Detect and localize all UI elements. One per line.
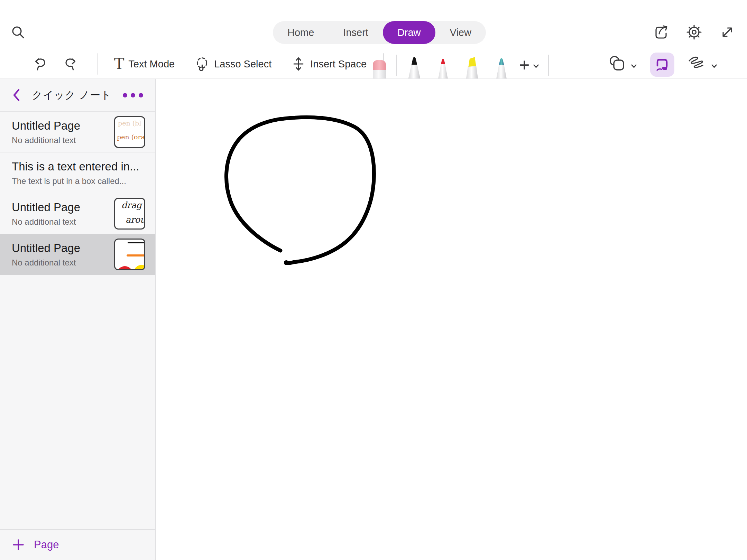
scribble-button[interactable] xyxy=(687,55,718,73)
top-toolbar: Home Insert Draw View xyxy=(0,0,747,79)
notebook-header: クイック ノート xyxy=(0,79,155,112)
yellow-highlighter-tool[interactable] xyxy=(463,55,481,79)
thumbnail-drawing xyxy=(115,240,144,269)
fullscreen-button[interactable] xyxy=(719,24,736,41)
toolbar-divider xyxy=(548,55,549,76)
page-list-sidebar: クイック ノート Untitled Page No additional tex… xyxy=(0,79,156,560)
shapes-button[interactable] xyxy=(608,55,638,73)
shapes-icon xyxy=(608,55,626,73)
tab-draw[interactable]: Draw xyxy=(383,21,435,44)
page-subtitle: No additional text xyxy=(12,136,109,145)
black-pen-tool[interactable] xyxy=(406,55,423,79)
drawing-canvas[interactable] xyxy=(156,79,747,560)
search-icon xyxy=(10,24,27,41)
ink-to-shape-icon xyxy=(654,57,670,73)
page-list-item[interactable]: Untitled Page No additional text drag ar… xyxy=(0,193,155,234)
chevron-down-icon xyxy=(630,62,638,70)
lasso-icon xyxy=(194,56,210,72)
text-mode-label: Text Mode xyxy=(128,58,175,70)
expand-icon xyxy=(719,24,736,41)
thumbnail-ink-text: arou xyxy=(126,215,145,225)
lasso-select-button[interactable]: Lasso Select xyxy=(194,56,271,72)
page-list-item[interactable]: Untitled Page No additional text pen (bl… xyxy=(0,112,155,152)
back-chevron-icon[interactable] xyxy=(12,88,21,102)
page-subtitle: No additional text xyxy=(12,217,109,227)
page-list-item[interactable]: This is a text entered in... The text is… xyxy=(0,152,155,193)
page-title: Untitled Page xyxy=(12,242,109,255)
tab-view[interactable]: View xyxy=(435,21,486,44)
notebook-title: クイック ノート xyxy=(21,88,123,102)
share-icon xyxy=(652,24,670,41)
page-thumbnail: drag arou xyxy=(114,198,145,230)
page-thumbnail xyxy=(114,239,145,270)
insert-space-button[interactable]: Insert Space xyxy=(291,56,367,72)
page-title: Untitled Page xyxy=(12,119,109,132)
page-subtitle: No additional text xyxy=(12,258,109,268)
insert-space-icon xyxy=(291,56,306,72)
tab-insert[interactable]: Insert xyxy=(329,21,383,44)
redo-button[interactable] xyxy=(63,56,79,72)
toolbar-divider xyxy=(396,55,397,76)
red-pen-tool[interactable] xyxy=(435,55,451,79)
add-page-label: Page xyxy=(34,539,59,551)
toolbar-divider xyxy=(97,53,98,75)
tab-home[interactable]: Home xyxy=(273,21,329,44)
page-list-item-selected[interactable]: Untitled Page No additional text xyxy=(0,234,155,275)
thumbnail-ink-text: pen (bl xyxy=(118,119,141,127)
page-subtitle: The text is put in a box called... xyxy=(12,176,145,186)
ribbon-tabbar: Home Insert Draw View xyxy=(273,21,486,44)
text-mode-icon: T xyxy=(114,56,124,72)
page-title: Untitled Page xyxy=(12,201,109,214)
settings-button[interactable] xyxy=(685,24,703,41)
eraser-tool[interactable] xyxy=(372,59,387,79)
chevron-down-icon[interactable] xyxy=(532,62,540,70)
thumbnail-ink-text: drag xyxy=(121,200,142,210)
insert-space-label: Insert Space xyxy=(310,58,367,70)
plus-icon xyxy=(12,539,24,551)
undo-icon xyxy=(32,56,48,72)
add-page-button[interactable]: Page xyxy=(0,529,155,560)
thumbnail-ink-text: pen (ora xyxy=(117,133,145,141)
page-thumbnail: pen (bl pen (ora xyxy=(114,116,145,148)
ink-stroke-circle xyxy=(156,79,747,560)
text-mode-button[interactable]: T Text Mode xyxy=(114,56,175,72)
redo-icon xyxy=(63,56,79,72)
undo-button[interactable] xyxy=(32,56,48,72)
chevron-down-icon xyxy=(710,62,718,70)
teal-galaxy-pencil-tool[interactable] xyxy=(494,55,509,79)
share-button[interactable] xyxy=(652,24,670,41)
search-button[interactable] xyxy=(10,24,27,41)
ink-to-shape-button[interactable] xyxy=(650,53,674,77)
scribble-icon xyxy=(687,55,706,73)
lasso-select-label: Lasso Select xyxy=(214,58,271,70)
page-title: This is a text entered in... xyxy=(12,160,145,173)
gear-icon xyxy=(685,24,703,41)
add-pen-button[interactable]: + xyxy=(519,58,529,72)
more-options-button[interactable] xyxy=(123,93,143,97)
